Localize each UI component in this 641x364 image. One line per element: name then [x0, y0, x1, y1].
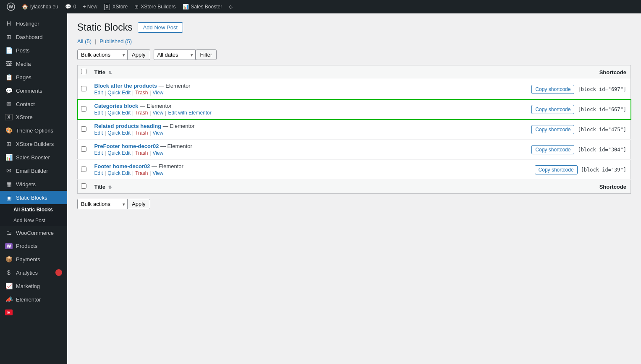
- row-checkbox[interactable]: [81, 166, 86, 172]
- sidebar-item-elementor[interactable]: E: [0, 306, 67, 319]
- sidebar-item-email-builder[interactable]: ✉ Email Builder: [0, 164, 67, 177]
- row-action-edit[interactable]: Edit: [94, 110, 103, 116]
- row-action-separator: |: [132, 110, 133, 116]
- all-static-blocks-label: All Static Blocks: [13, 207, 53, 213]
- sidebar-item-posts[interactable]: 📄 Posts: [0, 44, 67, 57]
- submenu-add-new-post[interactable]: Add New Post: [0, 215, 67, 226]
- bulk-actions-select-top[interactable]: Bulk actions: [77, 49, 128, 60]
- elementor-icon: E: [5, 309, 13, 315]
- sidebar-item-hostinger[interactable]: H Hostinger: [0, 17, 67, 30]
- row-checkbox[interactable]: [81, 106, 86, 112]
- bulk-actions-bottom: Bulk actions Apply: [77, 199, 150, 209]
- date-select-input[interactable]: All dates: [154, 49, 196, 60]
- copy-shortcode-button[interactable]: Copy shortcode: [531, 125, 574, 134]
- site-name-item[interactable]: 🏠 lylacshop.eu: [18, 0, 62, 13]
- sidebar-item-analytics[interactable]: 📈 Marketing: [0, 279, 67, 293]
- row-action-trash[interactable]: Trash: [135, 90, 148, 96]
- row-action-edit[interactable]: Edit: [94, 150, 103, 156]
- comments-item[interactable]: 💬 0: [62, 0, 80, 13]
- copy-shortcode-button[interactable]: Copy shortcode: [531, 105, 574, 114]
- row-action-separator: |: [132, 90, 133, 96]
- row-action-trash[interactable]: Trash: [135, 110, 148, 116]
- copy-shortcode-button[interactable]: Copy shortcode: [535, 165, 578, 174]
- sidebar-item-static-blocks[interactable]: ▣ Static Blocks: [0, 191, 67, 204]
- row-action-quick-edit[interactable]: Quick Edit: [107, 110, 131, 116]
- grid-icon: ⊞: [134, 4, 139, 10]
- apply-button-bottom[interactable]: Apply: [128, 199, 150, 209]
- row-action-edit[interactable]: Edit: [94, 170, 103, 176]
- theme-options-icon: 🎨: [5, 127, 13, 134]
- row-action-separator: |: [149, 170, 151, 176]
- wp-logo-item[interactable]: W: [3, 0, 18, 13]
- table-row: Related products heading — ElementorEdit…: [78, 120, 631, 140]
- extra-item[interactable]: ◇: [225, 0, 236, 13]
- sidebar-item-xstore-builders[interactable]: ⊞ XStore Builders: [0, 137, 67, 151]
- row-checkbox[interactable]: [81, 146, 86, 152]
- sales-booster-item[interactable]: 📊 Sales Booster: [179, 0, 226, 13]
- select-all-footer-checkbox[interactable]: [81, 183, 86, 189]
- row-checkbox[interactable]: [81, 126, 86, 132]
- row-actions: Edit|Quick Edit|Trash|View: [94, 130, 383, 136]
- row-action-trash[interactable]: Trash: [135, 170, 148, 176]
- row-action-trash[interactable]: Trash: [135, 150, 148, 156]
- row-action-view[interactable]: View: [152, 130, 163, 136]
- sidebar-item-portfolio[interactable]: 🗂 WooCommerce: [0, 226, 67, 239]
- row-action-view[interactable]: View: [152, 90, 163, 96]
- sidebar-item-theme-options[interactable]: 🎨 Theme Options: [0, 124, 67, 137]
- analytics-icon: 📈: [5, 283, 13, 289]
- row-checkbox[interactable]: [81, 86, 86, 91]
- row-action-quick-edit[interactable]: Quick Edit: [107, 150, 131, 156]
- filter-published-link[interactable]: Published (5): [99, 38, 132, 44]
- sidebar-item-marketing[interactable]: 📣 Elementor: [0, 293, 67, 306]
- layout: H Hostinger ⊞ Dashboard 📄 Posts 🖼 Media …: [0, 13, 641, 364]
- shortcode-value: [block id="475"]: [578, 127, 626, 133]
- row-action-quick-edit[interactable]: Quick Edit: [107, 90, 131, 96]
- post-title-link[interactable]: Categories block: [94, 103, 139, 109]
- row-action-view[interactable]: View: [152, 110, 163, 116]
- new-item[interactable]: + New: [79, 0, 100, 13]
- sidebar-item-widgets[interactable]: ▦ Widgets: [0, 177, 67, 191]
- sidebar-item-contact[interactable]: ✉ Contact: [0, 97, 67, 111]
- sidebar-item-payments[interactable]: $ Analytics: [0, 266, 67, 279]
- post-title-link[interactable]: Related products heading: [94, 123, 162, 129]
- sidebar-item-pages[interactable]: 📋 Pages: [0, 70, 67, 84]
- row-action-edit[interactable]: Edit: [94, 130, 103, 136]
- bulk-actions-select-bottom[interactable]: Bulk actions: [77, 199, 128, 209]
- apply-button-top[interactable]: Apply: [128, 49, 150, 60]
- row-action-view[interactable]: View: [152, 170, 163, 176]
- xstore-builders-item[interactable]: ⊞ XStore Builders: [131, 0, 179, 13]
- row-action-quick-edit[interactable]: Quick Edit: [107, 170, 131, 176]
- post-title-link[interactable]: Block after the products: [94, 83, 157, 89]
- select-all-checkbox[interactable]: [81, 69, 86, 74]
- post-title-link[interactable]: Footer home-decor02: [94, 163, 150, 169]
- sidebar-item-sales-booster[interactable]: 📊 Sales Booster: [0, 151, 67, 164]
- sidebar-item-products[interactable]: 📦 Payments: [0, 252, 67, 266]
- sidebar-item-media[interactable]: 🖼 Media: [0, 57, 67, 70]
- submenu-all-static-blocks[interactable]: All Static Blocks: [0, 204, 67, 215]
- hostinger-icon: H: [5, 20, 13, 27]
- row-action-trash[interactable]: Trash: [135, 130, 148, 136]
- row-action-edit-with-elementor[interactable]: Edit with Elementor: [168, 110, 211, 116]
- row-action-quick-edit[interactable]: Quick Edit: [107, 130, 131, 136]
- row-action-separator: |: [132, 150, 133, 156]
- filter-button[interactable]: Filter: [196, 49, 217, 60]
- sidebar-item-xstore[interactable]: X XStore: [0, 111, 67, 124]
- row-shortcode-cell: Copy shortcode[block id="697"]: [387, 79, 631, 99]
- row-action-edit[interactable]: Edit: [94, 90, 103, 96]
- sidebar-item-dashboard[interactable]: ⊞ Dashboard: [0, 30, 67, 44]
- xstore-item[interactable]: X XStore: [101, 0, 131, 13]
- row-action-view[interactable]: View: [152, 150, 163, 156]
- sidebar-item-woocommerce[interactable]: W Products: [0, 239, 67, 252]
- add-new-button[interactable]: Add New Post: [138, 22, 183, 33]
- post-title-link[interactable]: PreFooter home-decor02: [94, 143, 159, 149]
- copy-shortcode-button[interactable]: Copy shortcode: [531, 85, 574, 94]
- sidebar-item-comments[interactable]: 💬 Comments: [0, 84, 67, 97]
- email-builder-icon: ✉: [5, 167, 13, 174]
- copy-shortcode-button[interactable]: Copy shortcode: [531, 145, 574, 154]
- title-column-header[interactable]: Title ⇅: [90, 65, 387, 79]
- filter-all-link[interactable]: All (5): [77, 38, 92, 44]
- select-all-header: [78, 65, 90, 79]
- sidebar-label-email-builder: Email Builder: [16, 168, 48, 174]
- row-checkbox-cell: [78, 120, 90, 140]
- title-column-footer[interactable]: Title ⇅: [90, 180, 387, 194]
